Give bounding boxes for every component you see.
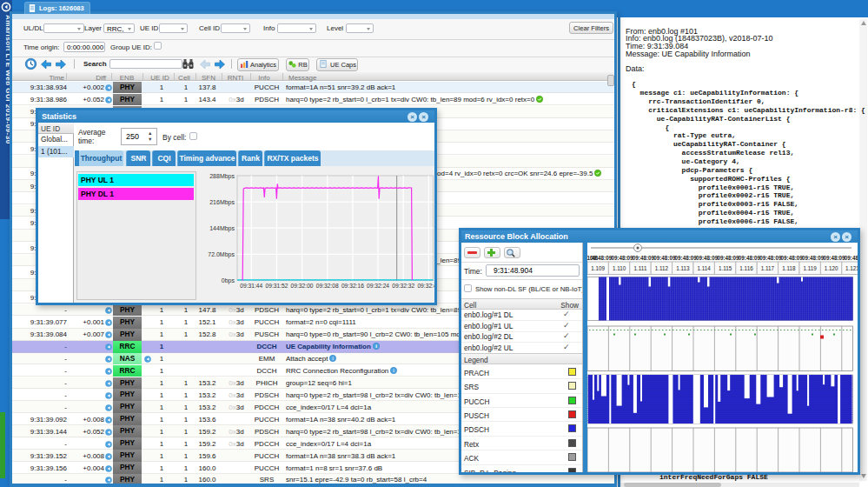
svg-text:1.121: 1.121 — [845, 265, 858, 271]
svg-text:09:31:52: 09:31:52 — [265, 283, 288, 289]
svg-text:09:48:09: 09:48:09 — [633, 255, 655, 261]
svg-text:09:48:09: 09:48:09 — [759, 255, 782, 261]
svg-text:09:32:00: 09:32:00 — [291, 283, 314, 289]
svg-text:288Mbps: 288Mbps — [209, 173, 235, 180]
svg-text:1.111: 1.111 — [634, 265, 647, 271]
svg-text:09:32:16: 09:32:16 — [341, 283, 364, 289]
svg-text:09:48:09: 09:48:09 — [802, 255, 825, 261]
svg-text:09:48:09: 09:48:09 — [696, 255, 719, 261]
svg-text:1.117: 1.117 — [761, 265, 775, 271]
svg-text:0bps: 0bps — [222, 277, 235, 284]
svg-text:1.120: 1.120 — [825, 265, 838, 271]
svg-text:09:32:08: 09:32:08 — [316, 283, 339, 289]
svg-text:216Mbps: 216Mbps — [209, 199, 235, 206]
svg-text:1.109: 1.109 — [591, 265, 605, 271]
svg-text:1.115: 1.115 — [719, 265, 732, 271]
svg-text:09:32:24: 09:32:24 — [367, 283, 389, 289]
svg-text:144Mbps: 144Mbps — [209, 225, 235, 232]
svg-text:72.0Mbps: 72.0Mbps — [208, 251, 235, 258]
svg-text:09:48:09: 09:48:09 — [590, 255, 613, 261]
svg-text:1.114: 1.114 — [698, 265, 712, 271]
svg-text:09:48:09: 09:48:09 — [717, 255, 739, 261]
svg-text:09:32:32: 09:32:32 — [392, 283, 414, 289]
svg-text:09:31:44: 09:31:44 — [240, 283, 262, 289]
svg-text:09:48:09: 09:48:09 — [823, 255, 845, 261]
svg-text:1.118: 1.118 — [782, 265, 796, 271]
svg-text:1.119: 1.119 — [804, 265, 818, 271]
svg-text:1.110: 1.110 — [613, 265, 626, 271]
svg-text:09:48:09: 09:48:09 — [611, 255, 633, 261]
svg-text:09:48:09: 09:48:09 — [781, 255, 804, 261]
svg-text:09:48:09: 09:48:09 — [845, 255, 858, 261]
svg-text:1.116: 1.116 — [739, 265, 753, 271]
svg-text:1.113: 1.113 — [676, 265, 690, 271]
svg-text:09:48:09: 09:48:09 — [739, 255, 761, 261]
svg-text:09:48:09: 09:48:09 — [675, 255, 698, 261]
svg-text:1.112: 1.112 — [655, 265, 669, 271]
svg-text:09:48:09: 09:48:09 — [653, 255, 676, 261]
svg-text:09:32:40: 09:32:40 — [417, 283, 434, 289]
